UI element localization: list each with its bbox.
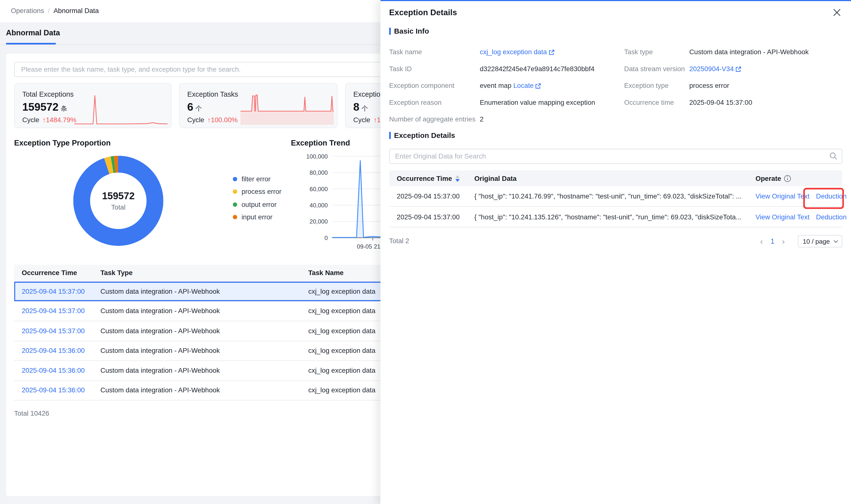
field-value: 2: [480, 111, 624, 128]
operate-cell: View Original TextDeduction: [756, 192, 851, 200]
field-label: [624, 111, 689, 128]
field-value-link[interactable]: 20250904-V34: [689, 65, 734, 72]
field-value-link[interactable]: cxj_log exception data: [480, 48, 547, 56]
field-value: event map Locate: [480, 77, 624, 94]
original-data-table-body: 2025-09-04 15:37:00 { "host_ip": "10.241…: [389, 186, 843, 228]
search-icon[interactable]: [829, 152, 837, 162]
svg-text:40,000: 40,000: [310, 202, 328, 209]
task-type-cell: Custom data integration - API-Webhook: [101, 386, 308, 394]
legend-item: input error: [233, 211, 282, 223]
drawer-title: Exception Details: [389, 7, 457, 17]
task-type-cell: Custom data integration - API-Webhook: [101, 347, 308, 355]
field-value: Custom data integration - API-Webhook: [689, 43, 843, 60]
occurrence-time-cell: 2025-09-04 15:37:00: [389, 192, 474, 200]
section-basic-info: Basic Info: [389, 27, 429, 35]
svg-text:09-05 21: 09-05 21: [357, 243, 380, 250]
stat-sparkline: [240, 94, 334, 125]
legend-dot-icon: [233, 215, 237, 219]
field-value: d322842f245e47e9a8914c7fe830bbf4: [480, 60, 624, 77]
stat-cycle-label: Cycle: [354, 116, 370, 124]
deduction-link[interactable]: Deduction: [816, 213, 847, 221]
legend-item: output error: [233, 198, 282, 211]
table-row[interactable]: 2025-09-04 15:37:00 { "host_ip": "10.241…: [389, 186, 843, 207]
field-value-text: process error: [689, 82, 729, 89]
stat-change: 1: [377, 116, 381, 124]
up-arrow-icon: ↑: [42, 116, 46, 124]
page-size-select[interactable]: 10 / page: [798, 235, 842, 248]
deduction-link[interactable]: Deduction: [816, 192, 847, 200]
field-value-text: Custom data integration - API-Webhook: [689, 48, 809, 56]
occurrence-time-link[interactable]: 2025-09-04 15:36:00: [22, 386, 85, 394]
occurrence-time-link[interactable]: 2025-09-04 15:36:00: [22, 347, 85, 355]
occurrence-time-link[interactable]: 2025-09-04 15:36:00: [22, 367, 85, 375]
task-type-cell: Custom data integration - API-Webhook: [101, 327, 308, 335]
table-row[interactable]: 2025-09-04 15:37:00 { "host_ip": "10.241…: [389, 207, 843, 228]
section-basic-info-label: Basic Info: [394, 27, 429, 35]
section-accent-bar: [389, 28, 391, 35]
current-page[interactable]: 1: [767, 237, 778, 245]
breadcrumb-operations[interactable]: Operations: [11, 7, 44, 15]
occurrence-time-cell: 2025-09-04 15:37:00: [389, 213, 474, 221]
field-value: Enumeration value mapping exception: [480, 94, 624, 111]
task-type-cell: Custom data integration - API-Webhook: [101, 307, 308, 315]
stat-value: 6: [187, 101, 193, 113]
occurrence-time-link[interactable]: 2025-09-04 15:37:00: [22, 307, 85, 315]
page-size-value: 10 / page: [803, 237, 830, 245]
tab-active-underline: [6, 43, 56, 44]
breadcrumb-abnormal-data[interactable]: Abnormal Data: [54, 7, 98, 15]
view-original-text-link[interactable]: View Original Text: [756, 213, 810, 221]
field-label: Exception component: [389, 77, 480, 94]
legend-dot-icon: [233, 202, 237, 206]
legend-item: process error: [233, 185, 282, 198]
basic-info-fields: Task namecxj_log exception dataTask type…: [389, 43, 843, 128]
field-value-text: 2: [480, 115, 484, 123]
prev-page-button[interactable]: ‹: [756, 235, 767, 248]
chevron-down-icon: [833, 238, 838, 244]
legend-label: filter error: [241, 175, 270, 183]
section-accent-bar: [389, 132, 391, 139]
external-link-icon: [736, 66, 741, 72]
up-arrow-icon: ↑: [207, 116, 211, 124]
stat-label: Exception: [354, 90, 384, 98]
legend-label: process error: [241, 188, 282, 196]
next-page-button[interactable]: ›: [778, 235, 789, 248]
column-original-data: Original Data: [474, 175, 756, 182]
column-occurrence-time[interactable]: Occurrence Time: [389, 175, 474, 182]
operate-cell: View Original TextDeduction: [756, 213, 851, 221]
stat-card: Exception Tasks 6个 Cycle↑100.00%: [179, 83, 338, 128]
app-root: Operations/Abnormal Data Abnormal Data T…: [0, 0, 851, 504]
tab-abnormal-data[interactable]: Abnormal Data: [6, 28, 60, 37]
stat-card: Total Exceptions 159572条 Cycle↑1484.79%: [14, 83, 171, 128]
field-value-link[interactable]: Locate: [511, 82, 534, 89]
field-label: Exception reason: [389, 94, 480, 111]
column-occurrence-time-label: Occurrence Time: [397, 175, 452, 182]
column-operate: Operate: [756, 175, 843, 182]
stat-unit: 个: [195, 105, 202, 112]
sort-icon[interactable]: [455, 175, 459, 182]
close-icon[interactable]: [831, 7, 842, 18]
field-label: Occurrence time: [624, 94, 689, 111]
original-data-table-header: Occurrence Time Original Data Operate: [389, 170, 843, 186]
svg-text:60,000: 60,000: [310, 186, 328, 192]
field-label: Number of aggregate entries: [389, 111, 480, 128]
occurrence-time-link[interactable]: 2025-09-04 15:37:00: [22, 288, 85, 295]
original-data-search-input[interactable]: [389, 149, 843, 164]
column-task-type: Task Type: [101, 269, 308, 277]
original-data-cell: { "host_ip": "10.241.135.126", "hostname…: [474, 213, 756, 221]
breadcrumb: Operations/Abnormal Data: [11, 0, 98, 22]
exception-details-drawer: Exception Details Basic Info Task namecx…: [380, 0, 851, 504]
info-icon[interactable]: [784, 175, 791, 182]
column-original-data-label: Original Data: [474, 175, 517, 182]
stat-cycle-label: Cycle: [187, 116, 204, 124]
legend-label: output error: [241, 201, 276, 208]
svg-text:0: 0: [324, 235, 328, 241]
field-value-text: 2025-09-04 15:37:00: [689, 98, 753, 106]
field-value: [689, 111, 843, 128]
field-label: Exception type: [624, 77, 689, 94]
original-data-table: Occurrence Time Original Data Operate 20…: [389, 170, 843, 227]
view-original-text-link[interactable]: View Original Text: [756, 192, 810, 200]
task-type-cell: Custom data integration - API-Webhook: [101, 288, 308, 295]
task-type-cell: Custom data integration - API-Webhook: [101, 367, 308, 375]
occurrence-time-link[interactable]: 2025-09-04 15:37:00: [22, 327, 85, 335]
field-value-text: event map: [480, 82, 511, 89]
